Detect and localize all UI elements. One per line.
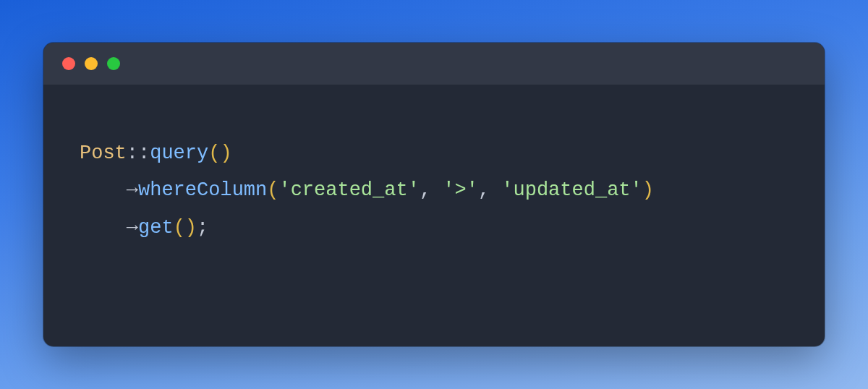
code-token-func: get bbox=[138, 217, 174, 239]
code-indent bbox=[80, 217, 127, 239]
code-token-punct: , bbox=[478, 179, 501, 201]
code-token-paren: ( bbox=[174, 217, 185, 239]
code-token-paren: ) bbox=[220, 142, 231, 164]
code-token-scope: :: bbox=[127, 142, 150, 164]
code-token-paren: ( bbox=[267, 179, 278, 201]
code-token-class: Post bbox=[80, 142, 127, 164]
code-token-paren: ) bbox=[185, 217, 197, 239]
minimize-icon[interactable] bbox=[85, 57, 98, 70]
code-token-paren: ) bbox=[642, 179, 654, 201]
code-token-punct: , bbox=[420, 179, 443, 201]
code-token-string: 'created_at' bbox=[278, 179, 419, 201]
code-indent bbox=[80, 179, 127, 201]
code-block: Post::query() →whereColumn('created_at',… bbox=[80, 135, 788, 247]
arrow-icon: → bbox=[127, 179, 138, 201]
code-area: Post::query() →whereColumn('created_at',… bbox=[43, 85, 825, 346]
code-token-string: 'updated_at' bbox=[501, 179, 642, 201]
arrow-icon: → bbox=[127, 217, 138, 239]
close-icon[interactable] bbox=[62, 57, 75, 70]
code-token-paren: ( bbox=[208, 142, 220, 164]
window-titlebar bbox=[43, 43, 825, 85]
code-token-func: query bbox=[150, 142, 208, 164]
code-token-semi: ; bbox=[197, 217, 208, 239]
code-token-func: whereColumn bbox=[138, 179, 267, 201]
maximize-icon[interactable] bbox=[107, 57, 120, 70]
code-token-string: '>' bbox=[443, 179, 478, 201]
code-window: Post::query() →whereColumn('created_at',… bbox=[43, 43, 825, 346]
